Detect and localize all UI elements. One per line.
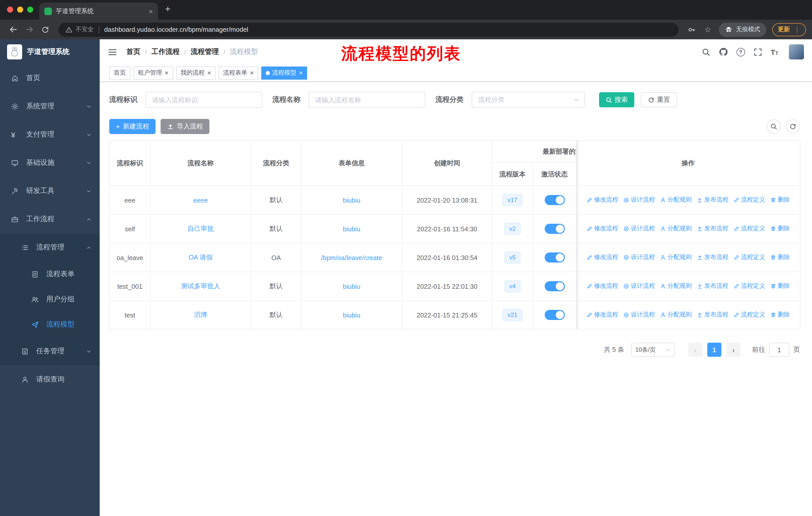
form-info-link[interactable]: biubiu: [343, 225, 360, 233]
assign-action-link[interactable]: 分配规则: [660, 282, 692, 291]
deploy-action-link[interactable]: 发布流程: [697, 196, 728, 204]
browser-tab[interactable]: 芋道管理系统 ×: [39, 2, 158, 20]
delete-action-link[interactable]: 删除: [770, 196, 790, 204]
key-icon[interactable]: [685, 22, 699, 36]
collapse-sidebar-icon[interactable]: [108, 47, 117, 57]
create-process-button[interactable]: + 新建流程: [109, 119, 155, 134]
minimize-window-button[interactable]: [17, 6, 23, 12]
page-number-button[interactable]: 1: [707, 343, 721, 357]
close-view-tab-icon[interactable]: ×: [165, 70, 168, 76]
sidebar-item-payment[interactable]: ¥支付管理: [0, 120, 100, 148]
design-action-link[interactable]: 设计流程: [623, 282, 655, 291]
security-indicator[interactable]: 不安全: [65, 25, 94, 34]
category-select[interactable]: 流程分类: [472, 92, 585, 108]
new-tab-button[interactable]: +: [165, 4, 170, 15]
close-view-tab-icon[interactable]: ×: [207, 70, 211, 76]
design-action-link[interactable]: 设计流程: [623, 224, 655, 233]
sidebar-item-user-group[interactable]: 用户分组: [0, 287, 100, 312]
help-icon[interactable]: ?: [736, 48, 745, 56]
edit-action-link[interactable]: 修改流程: [586, 224, 618, 233]
page-size-select[interactable]: 10条/页: [631, 343, 674, 357]
zoom-window-button[interactable]: [27, 6, 33, 12]
breadcrumb-item[interactable]: 流程管理: [191, 47, 219, 56]
delete-action-link[interactable]: 删除: [770, 282, 790, 291]
edit-action-link[interactable]: 修改流程: [586, 196, 618, 204]
edit-action-link[interactable]: 修改流程: [586, 282, 618, 291]
view-tab[interactable]: 租户管理×: [134, 66, 173, 79]
sidebar-item-devtools[interactable]: 研发工具: [0, 177, 100, 205]
process-name-link[interactable]: 滔博: [194, 311, 207, 319]
assign-action-link[interactable]: 分配规则: [660, 253, 692, 262]
view-tab[interactable]: 流程表单×: [219, 66, 258, 79]
delete-action-link[interactable]: 删除: [770, 224, 790, 233]
github-icon[interactable]: [719, 47, 728, 56]
address-bar[interactable]: 不安全 dashboard.yudao.iocoder.cn/bpm/manag…: [58, 22, 678, 36]
delete-action-link[interactable]: 删除: [770, 253, 790, 262]
bookmark-star-icon[interactable]: ☆: [701, 22, 715, 36]
import-process-button[interactable]: 导入流程: [161, 119, 209, 134]
active-toggle-switch[interactable]: [545, 281, 564, 291]
refresh-table-button[interactable]: [786, 119, 800, 134]
breadcrumb-item[interactable]: 工作流程: [151, 47, 180, 56]
active-toggle-switch[interactable]: [545, 252, 564, 263]
breadcrumb-item[interactable]: 首页: [126, 47, 141, 56]
edit-action-link[interactable]: 修改流程: [586, 253, 618, 262]
design-action-link[interactable]: 设计流程: [623, 311, 655, 319]
next-page-button[interactable]: ›: [726, 343, 741, 357]
design-action-link[interactable]: 设计流程: [623, 196, 655, 204]
toggle-search-button[interactable]: [767, 119, 781, 134]
form-info-link[interactable]: biubiu: [343, 311, 360, 319]
user-avatar[interactable]: [789, 44, 804, 59]
sidebar-item-workflow[interactable]: 工作流程: [0, 205, 100, 233]
more-menu-icon[interactable]: ⋮: [794, 26, 801, 33]
prev-page-button[interactable]: ‹: [688, 343, 702, 357]
deploy-action-link[interactable]: 发布流程: [697, 224, 728, 233]
search-icon[interactable]: [701, 48, 710, 56]
close-view-tab-icon[interactable]: ×: [250, 70, 254, 76]
view-tab[interactable]: 我的流程×: [176, 66, 215, 79]
sidebar-item-home[interactable]: 首页: [0, 64, 100, 92]
process-name-link[interactable]: 测试多审批人: [181, 282, 220, 290]
definition-action-link[interactable]: 流程定义: [733, 224, 765, 233]
font-size-icon[interactable]: TT: [771, 48, 778, 56]
sidebar-item-infrastructure[interactable]: 基础设施: [0, 148, 100, 177]
reload-icon[interactable]: [38, 22, 52, 36]
deploy-action-link[interactable]: 发布流程: [697, 253, 728, 262]
form-info-link[interactable]: biubiu: [343, 196, 360, 204]
fullscreen-icon[interactable]: [753, 48, 762, 56]
close-window-button[interactable]: [7, 6, 13, 12]
definition-action-link[interactable]: 流程定义: [733, 253, 765, 262]
form-info-link[interactable]: /bpm/oa/leave/create: [321, 254, 382, 261]
back-icon[interactable]: [6, 22, 20, 36]
active-toggle-switch[interactable]: [545, 310, 564, 320]
deploy-action-link[interactable]: 发布流程: [697, 311, 728, 319]
process-name-link[interactable]: 自己审批: [187, 225, 214, 232]
edit-action-link[interactable]: 修改流程: [586, 311, 618, 319]
goto-page-input[interactable]: [769, 343, 789, 357]
sidebar-item-leave-query[interactable]: 请假查询: [0, 365, 100, 393]
sidebar-item-task-management[interactable]: 任务管理: [0, 337, 100, 365]
process-key-input[interactable]: [145, 92, 262, 108]
definition-action-link[interactable]: 流程定义: [733, 196, 765, 204]
sidebar-item-system[interactable]: 系统管理: [0, 92, 100, 120]
sidebar-item-process-form[interactable]: 流程表单: [0, 262, 100, 287]
forward-icon[interactable]: [22, 22, 36, 36]
active-toggle-switch[interactable]: [545, 195, 564, 205]
form-info-link[interactable]: biubiu: [343, 282, 360, 290]
update-browser-button[interactable]: 更新 ⋮: [772, 23, 806, 36]
active-toggle-switch[interactable]: [545, 224, 564, 234]
search-button[interactable]: 搜索: [599, 92, 634, 107]
close-browser-tab-icon[interactable]: ×: [148, 7, 153, 15]
assign-action-link[interactable]: 分配规则: [660, 224, 692, 233]
assign-action-link[interactable]: 分配规则: [660, 196, 692, 204]
assign-action-link[interactable]: 分配规则: [660, 311, 692, 319]
process-name-input[interactable]: [309, 92, 425, 108]
design-action-link[interactable]: 设计流程: [623, 253, 655, 262]
process-name-link[interactable]: OA 请假: [188, 253, 212, 261]
view-tab[interactable]: 流程模型×: [261, 66, 307, 79]
sidebar-item-process-model[interactable]: 流程模型: [0, 312, 100, 337]
view-tab[interactable]: 首页: [109, 66, 130, 79]
reset-button[interactable]: 重置: [641, 92, 677, 107]
definition-action-link[interactable]: 流程定义: [733, 282, 765, 291]
process-name-link[interactable]: eeee: [193, 196, 208, 204]
